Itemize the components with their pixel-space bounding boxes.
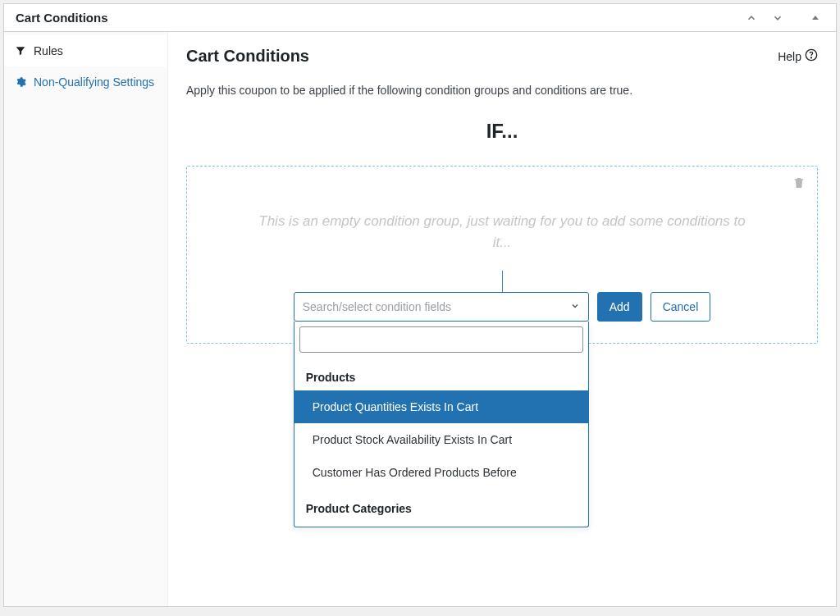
help-icon	[805, 48, 818, 64]
help-link[interactable]: Help	[778, 48, 818, 64]
svg-point-2	[810, 57, 811, 58]
metabox-header: Cart Conditions	[4, 4, 836, 32]
connector-line	[502, 271, 503, 292]
cancel-button[interactable]: Cancel	[651, 292, 711, 322]
page-description: Apply this coupon to be applied if the f…	[186, 84, 818, 97]
dropdown-group-label: Product Categories	[294, 489, 588, 522]
panel-down-button[interactable]	[769, 12, 787, 24]
delete-group-button[interactable]	[792, 176, 806, 192]
metabox-title: Cart Conditions	[16, 11, 108, 25]
dropdown-group-label: Products	[294, 358, 588, 390]
if-label: IF...	[186, 120, 818, 143]
panel-collapse-button[interactable]	[806, 11, 824, 25]
filter-icon	[14, 45, 27, 57]
help-label: Help	[778, 50, 801, 63]
svg-marker-0	[812, 16, 819, 20]
empty-group-message: This is an empty condition group, just w…	[202, 181, 802, 269]
dropdown-option[interactable]: Product Stock Availability Exists In Car…	[294, 423, 588, 456]
dropdown-option[interactable]: Customer Has Ordered Products Before	[294, 456, 588, 489]
condition-adder: Search/select condition fields Products	[202, 292, 802, 322]
sidebar-item-label: Rules	[34, 43, 63, 58]
condition-select-placeholder: Search/select condition fields	[303, 300, 451, 313]
dropdown-option[interactable]: Product Quantities Exists In Cart	[294, 390, 588, 423]
condition-select[interactable]: Search/select condition fields Products	[294, 292, 589, 322]
sidebar-item-label: Non-Qualifying Settings	[34, 75, 154, 89]
sidebar-item-non-qualifying-settings[interactable]: Non-Qualifying Settings	[4, 66, 167, 98]
sidebar: Rules Non-Qualifying Settings	[4, 32, 168, 606]
cart-conditions-metabox: Cart Conditions Rules	[3, 3, 837, 607]
panel-up-button[interactable]	[742, 12, 760, 24]
dropdown-search-input[interactable]	[299, 326, 583, 353]
page-title: Cart Conditions	[186, 47, 309, 66]
add-button[interactable]: Add	[597, 292, 642, 322]
chevron-down-icon	[570, 300, 580, 313]
condition-select-display[interactable]: Search/select condition fields	[294, 292, 589, 322]
dropdown-list[interactable]: Products Product Quantities Exists In Ca…	[294, 358, 588, 527]
condition-dropdown: Products Product Quantities Exists In Ca…	[294, 322, 589, 527]
sidebar-item-rules[interactable]: Rules	[4, 35, 167, 66]
gear-icon	[14, 76, 27, 88]
condition-group: This is an empty condition group, just w…	[186, 166, 818, 344]
metabox-controls	[742, 11, 824, 25]
main-panel: Cart Conditions Help Apply this coupon t…	[168, 32, 836, 606]
